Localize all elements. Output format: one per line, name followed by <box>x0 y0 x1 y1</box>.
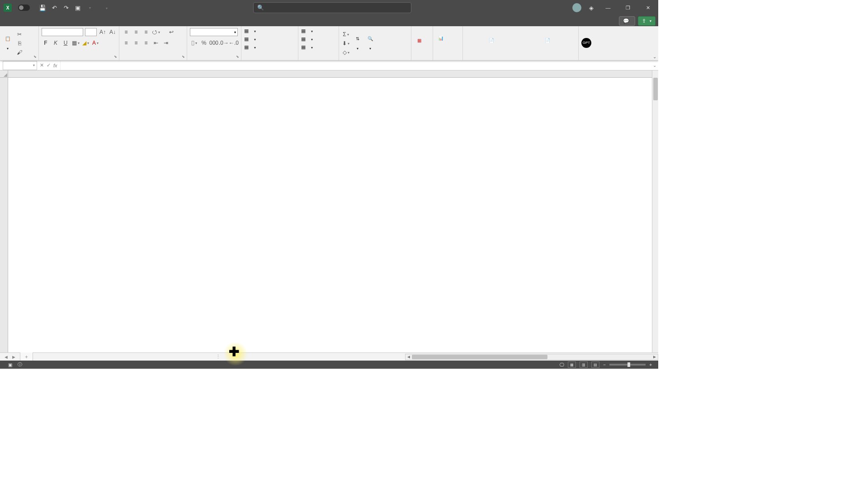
data-analysis-button[interactable]: 📊 <box>436 36 446 47</box>
qat-more-icon[interactable] <box>86 4 93 11</box>
cell-styles-button[interactable]: ▦▾ <box>244 44 256 51</box>
wrap-text-icon[interactable]: ↩ <box>167 28 175 36</box>
pdf-link-button[interactable]: 📄 <box>466 38 517 49</box>
clear-icon[interactable]: ◇ <box>342 48 350 56</box>
close-button[interactable]: ✕ <box>641 2 655 13</box>
minimize-button[interactable]: — <box>601 2 615 13</box>
format-cells-button[interactable]: ▦▾ <box>301 44 313 51</box>
orientation-icon[interactable]: ⭯ <box>152 28 160 36</box>
find-select-button[interactable]: 🔍 ▾ <box>365 36 375 51</box>
document-name[interactable] <box>105 5 108 11</box>
bold-button[interactable]: F <box>42 39 50 47</box>
insert-cells-button[interactable]: ▦ ▾ <box>301 28 313 34</box>
paste-button[interactable]: 📋 ▾ <box>3 36 13 51</box>
italic-button[interactable]: K <box>52 39 60 47</box>
ribbon-collapse-icon[interactable]: ⌄ <box>653 54 656 59</box>
addins-button[interactable]: ▦ <box>414 38 424 49</box>
font-name-combo[interactable] <box>42 28 83 36</box>
align-middle-icon[interactable]: ≡ <box>132 28 140 36</box>
comments-button[interactable]: 💬 <box>619 16 635 26</box>
fill-color-button[interactable]: ◢ <box>81 39 90 47</box>
save-icon[interactable]: 💾 <box>39 4 46 11</box>
toggle-switch[interactable] <box>18 5 30 11</box>
formula-expand-icon[interactable]: ⌄ <box>651 63 658 68</box>
display-settings[interactable]: 🖵 <box>560 362 564 367</box>
align-top-icon[interactable]: ≡ <box>122 28 130 36</box>
delete-icon: ▦ <box>301 36 307 42</box>
cell-style-icon: ▦ <box>244 44 250 51</box>
cancel-formula-icon[interactable]: ✕ <box>40 62 44 68</box>
dec-decimal-icon[interactable]: ←.0 <box>230 39 238 47</box>
select-all-corner[interactable] <box>0 70 8 78</box>
ribbon: 📋 ▾ ✂ ⎘ 🖌 ⬊ A↑ A↓ F K U ▦ ◢ <box>0 26 658 61</box>
search-icon: 🔍 <box>257 5 264 11</box>
share-button[interactable]: ⇪ ▾ <box>638 16 656 26</box>
decrease-font-icon[interactable]: A↓ <box>108 28 117 36</box>
autosave-toggle[interactable] <box>15 5 30 11</box>
percent-icon[interactable]: % <box>200 39 208 47</box>
copy-icon[interactable]: ⎘ <box>15 39 24 47</box>
row-headers[interactable] <box>0 78 8 352</box>
zoom-out-button[interactable]: − <box>603 362 606 367</box>
chatgpt-button[interactable]: GPT <box>581 38 591 49</box>
sheet-tab-bar: ◄ ► ＋ ⋮ ◄► <box>0 352 658 361</box>
new-sheet-button[interactable]: ＋ <box>20 352 33 361</box>
column-headers[interactable] <box>8 70 652 78</box>
sort-filter-button[interactable]: ⇅ ▾ <box>353 36 363 51</box>
sheet-nav-prev-icon[interactable]: ◄ <box>4 354 9 360</box>
increase-font-icon[interactable]: A↑ <box>99 28 107 36</box>
view-page-layout-icon[interactable]: ▥ <box>580 361 588 368</box>
user-account[interactable] <box>570 3 581 12</box>
title-bar: X 💾 ↶ ↷ ▣ 🔍 ◈ — ❐ ✕ <box>0 0 658 15</box>
camera-icon[interactable]: ▣ <box>74 4 81 11</box>
tab-split-icon[interactable]: ⋮ <box>216 354 221 360</box>
table-icon: ▦ <box>244 36 250 42</box>
cells-area[interactable] <box>8 78 652 352</box>
sheet-nav-next-icon[interactable]: ► <box>11 354 16 360</box>
underline-button[interactable]: U <box>61 39 70 47</box>
font-size-combo[interactable] <box>85 28 97 36</box>
redo-icon[interactable]: ↷ <box>62 4 70 11</box>
align-left-icon[interactable]: ≡ <box>122 39 130 47</box>
undo-icon[interactable]: ↶ <box>51 4 58 11</box>
format-icon: ▦ <box>301 44 307 51</box>
inc-decimal-icon[interactable]: .0→ <box>220 39 228 47</box>
accept-formula-icon[interactable]: ✓ <box>47 62 51 68</box>
diamond-icon[interactable]: ◈ <box>588 4 595 11</box>
pdf-mail-icon: 📄 <box>542 38 552 48</box>
border-button[interactable]: ▦ <box>71 39 80 47</box>
indent-inc-icon[interactable]: ⇥ <box>162 39 170 47</box>
fx-icon[interactable]: fx <box>53 63 57 68</box>
cut-icon[interactable]: ✂ <box>15 30 24 38</box>
restore-button[interactable]: ❐ <box>621 2 635 13</box>
align-right-icon[interactable]: ≡ <box>142 39 150 47</box>
font-color-button[interactable]: A <box>91 39 99 47</box>
view-page-break-icon[interactable]: ▤ <box>591 361 599 368</box>
autosum-icon[interactable]: Σ <box>342 30 350 38</box>
conditional-formatting-button[interactable]: ▦▾ <box>244 28 256 34</box>
search-input[interactable] <box>267 5 407 11</box>
comma-icon[interactable]: 000 <box>210 39 218 47</box>
align-center-icon[interactable]: ≡ <box>132 39 140 47</box>
excel-icon: X <box>4 4 12 12</box>
macro-record-icon[interactable]: ▣ <box>8 362 12 367</box>
zoom-slider[interactable] <box>609 364 646 366</box>
horizontal-scrollbar[interactable]: ◄► <box>405 354 658 360</box>
formula-input[interactable] <box>60 61 651 70</box>
pdf-outlook-button[interactable]: 📄 <box>520 38 576 49</box>
fill-icon[interactable]: ⬇ <box>342 39 350 47</box>
accessibility-status[interactable]: ⓘ <box>18 361 22 368</box>
delete-cells-button[interactable]: ▦ ▾ <box>301 36 313 42</box>
number-format-combo[interactable]: ▾ <box>190 28 238 36</box>
name-box[interactable]: ▾ <box>3 61 37 70</box>
indent-dec-icon[interactable]: ⇤ <box>152 39 160 47</box>
zoom-in-button[interactable]: + <box>649 362 652 367</box>
spreadsheet-grid[interactable] <box>0 70 658 352</box>
view-normal-icon[interactable]: ▦ <box>568 361 576 368</box>
format-painter-icon[interactable]: 🖌 <box>15 48 24 56</box>
currency-icon[interactable]: ⌷ <box>190 39 198 47</box>
format-as-table-button[interactable]: ▦▾ <box>244 36 256 42</box>
align-bottom-icon[interactable]: ≡ <box>142 28 150 36</box>
vertical-scrollbar[interactable] <box>652 70 658 352</box>
search-box[interactable]: 🔍 <box>253 2 411 13</box>
